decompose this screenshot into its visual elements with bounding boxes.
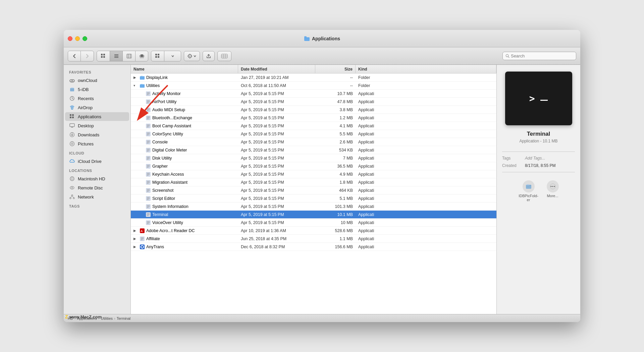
svg-rect-1 (304, 36, 307, 38)
path-separator: › (114, 316, 115, 320)
preview-actions: IDBPicFold- er More... (502, 180, 575, 202)
column-header-name[interactable]: Name (131, 65, 238, 73)
search-input[interactable] (511, 53, 573, 58)
file-date-cell: Jan 27, 2019 at 10:21 AM (238, 75, 315, 80)
sidebar-item-network[interactable]: Network (65, 192, 129, 201)
table-row[interactable]: Keychain Access Apr 5, 2019 at 5:15 PM 4… (131, 170, 496, 178)
svg-rect-0 (304, 37, 310, 41)
sidebar-item-applications[interactable]: Applications (65, 112, 129, 121)
tag-button[interactable] (217, 51, 231, 61)
table-row[interactable]: ▶ AnyTrans Dec 6, 2018 at 8:32 PM 156.6 … (131, 243, 496, 251)
file-kind-cell: Applicati (356, 164, 496, 169)
file-size-cell: 4.1 MB (315, 124, 356, 128)
sidebar-item-remote-disc[interactable]: Remote Disc (65, 183, 129, 192)
svg-point-40 (71, 108, 73, 109)
table-row[interactable]: ColorSync Utility Apr 5, 2019 at 5:15 PM… (131, 130, 496, 138)
sidebar-item-applications-label: Applications (78, 114, 101, 119)
file-type-icon (146, 115, 151, 121)
table-row[interactable]: ▶ Affiliate Jun 25, 2018 at 4:35 PM 1.1 … (131, 235, 496, 243)
column-header-date[interactable]: Date Modified (238, 65, 315, 73)
sidebar-item-macintosh-hd[interactable]: Macintosh HD (65, 174, 129, 183)
maximize-button[interactable] (83, 36, 87, 41)
sidebar-item-icloud-drive[interactable]: iCloud Drive (65, 157, 129, 166)
file-name-cell: Digital Color Meter (131, 147, 238, 153)
sidebar-item-airdrop[interactable]: AirDrop (65, 103, 129, 112)
svg-point-58 (70, 197, 71, 199)
file-size-cell: 4.9 MB (315, 172, 356, 177)
svg-rect-2 (101, 54, 103, 55)
file-date-cell: Apr 5, 2019 at 5:15 PM (238, 91, 315, 96)
icon-view-button[interactable] (97, 51, 110, 61)
file-name-cell: Activity Monitor (131, 91, 238, 96)
file-type-icon (146, 139, 151, 145)
file-name-cell: Terminal (131, 212, 238, 217)
group-view-button[interactable] (151, 51, 181, 61)
table-row[interactable]: Boot Camp Assistant Apr 5, 2019 at 5:15 … (131, 122, 496, 130)
remote-disc-icon (69, 185, 75, 191)
main-content: Favorites ownCloud (64, 65, 580, 314)
action-button[interactable] (184, 51, 200, 61)
svg-point-142 (552, 186, 553, 187)
preview-action-more[interactable]: More... (547, 180, 559, 202)
column-header-size[interactable]: Size (315, 65, 356, 73)
file-name-cell: Boot Camp Assistant (131, 123, 238, 129)
table-row[interactable]: Console Apr 5, 2019 at 5:15 PM 2.6 MB Ap… (131, 138, 496, 146)
table-row[interactable]: ▾ Utilities Oct 6, 2018 at 11:50 AM -- F… (131, 82, 496, 90)
table-row[interactable]: Audio MIDI Setup Apr 5, 2019 at 5:15 PM … (131, 106, 496, 114)
preview-add-tags-button[interactable]: Add Tags... (525, 156, 545, 161)
search-icon (505, 54, 509, 58)
svg-point-31 (506, 54, 508, 57)
back-button[interactable] (68, 51, 81, 61)
table-row[interactable]: Migration Assistant Apr 5, 2019 at 5:15 … (131, 178, 496, 186)
svg-point-56 (71, 187, 73, 188)
preview-app-name: Terminal (527, 131, 550, 137)
search-box[interactable] (502, 52, 576, 60)
close-button[interactable] (68, 36, 72, 41)
file-kind-cell: Applicati (356, 204, 496, 209)
table-row[interactable]: Digital Color Meter Apr 5, 2019 at 5:15 … (131, 146, 496, 154)
column-header-kind[interactable]: Kind (356, 65, 496, 73)
table-row[interactable]: Script Editor Apr 5, 2019 at 5:15 PM 5.1… (131, 194, 496, 203)
file-name-cell: Audio MIDI Setup (131, 107, 238, 113)
file-type-icon (140, 244, 145, 250)
group-dropdown-button[interactable] (164, 51, 181, 61)
table-row[interactable]: AirPort Utility Apr 5, 2019 at 5:15 PM 4… (131, 98, 496, 106)
list-view-button[interactable] (110, 51, 122, 61)
table-row[interactable]: Screenshot Apr 5, 2019 at 5:15 PM 464 KB… (131, 186, 496, 194)
traffic-lights (68, 36, 87, 41)
table-row[interactable]: Terminal Apr 5, 2019 at 5:15 PM 10.1 MB … (131, 211, 496, 219)
file-type-icon (146, 164, 151, 169)
sidebar-item-downloads[interactable]: Downloads (65, 130, 129, 139)
table-row[interactable]: ▶ A Adobe Acro...t Reader DC Apr 10, 201… (131, 227, 496, 235)
svg-rect-19 (158, 56, 159, 58)
file-kind-cell: Applicati (356, 140, 496, 144)
sidebar-item-pictures[interactable]: Pictures (65, 139, 129, 148)
file-kind-cell: Applicati (356, 220, 496, 225)
sidebar-item-macintosh-hd-label: Macintosh HD (78, 176, 105, 181)
coverflow-view-button[interactable] (135, 51, 148, 61)
svg-rect-4 (101, 56, 103, 58)
statusbar: HD›Applications›Utilities›Terminal (64, 314, 580, 322)
table-row[interactable]: System Information Apr 5, 2019 at 5:15 P… (131, 203, 496, 211)
table-row[interactable]: Grapher Apr 5, 2019 at 5:15 PM 36.5 MB A… (131, 162, 496, 170)
file-kind-cell: Applicati (356, 212, 496, 217)
table-row[interactable]: Activity Monitor Apr 5, 2019 at 5:15 PM … (131, 90, 496, 98)
sidebar-item-5idb[interactable]: 5-iDB (65, 85, 129, 94)
file-name: Adobe Acro...t Reader DC (146, 228, 195, 233)
sidebar-item-recents[interactable]: Recents (65, 94, 129, 103)
table-row[interactable]: Disk Utility Apr 5, 2019 at 5:15 PM 7 MB… (131, 154, 496, 162)
path-item[interactable]: Utilities (101, 316, 113, 320)
preview-panel: > Terminal Application - 10.1 MB Tags Ad… (496, 65, 580, 314)
sidebar-item-desktop[interactable]: Desktop (65, 121, 129, 130)
minimize-button[interactable] (75, 36, 80, 41)
table-row[interactable]: Bluetooth...Exchange Apr 5, 2019 at 5:15… (131, 114, 496, 122)
table-row[interactable]: VoiceOver Utility Apr 5, 2019 at 5:15 PM… (131, 219, 496, 227)
file-kind-cell: Applicati (356, 188, 496, 193)
sidebar-item-owncloud[interactable]: ownCloud (65, 76, 129, 85)
preview-action-idbpicfolder[interactable]: IDBPicFold- er (519, 180, 539, 202)
table-row[interactable]: ▶ DisplayLink Jan 27, 2019 at 10:21 AM -… (131, 74, 496, 82)
path-item[interactable]: Terminal (117, 316, 131, 320)
column-view-button[interactable] (122, 51, 135, 61)
share-button[interactable] (203, 51, 215, 61)
forward-button[interactable] (81, 51, 94, 61)
